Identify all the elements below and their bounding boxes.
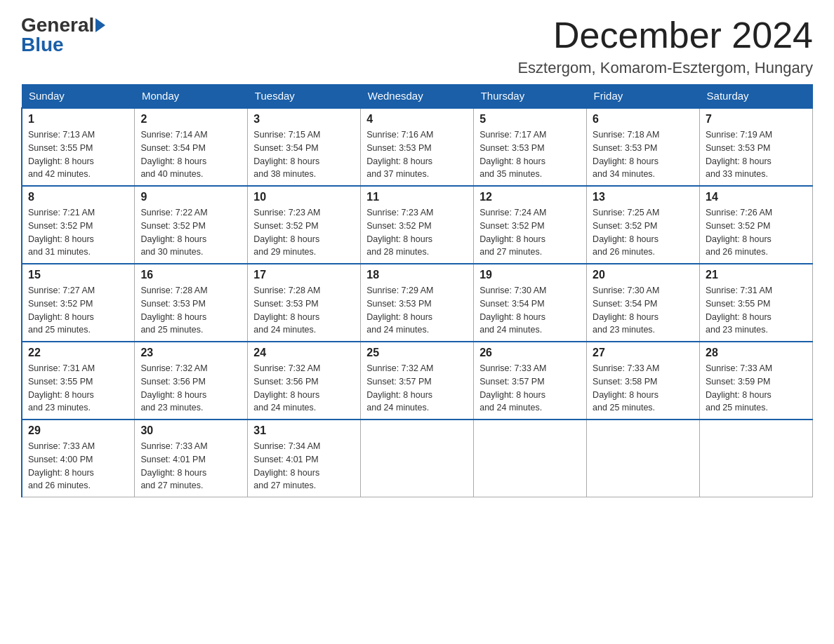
title-area: December 2024 Esztergom, Komarom-Eszterg… [517, 14, 813, 77]
day-info: Sunrise: 7:21 AMSunset: 3:52 PMDaylight:… [28, 206, 128, 259]
calendar-cell: 28Sunrise: 7:33 AMSunset: 3:59 PMDayligh… [700, 342, 813, 420]
calendar-cell: 12Sunrise: 7:24 AMSunset: 3:52 PMDayligh… [474, 186, 587, 264]
col-header-friday: Friday [587, 84, 700, 108]
calendar-cell: 11Sunrise: 7:23 AMSunset: 3:52 PMDayligh… [361, 186, 474, 264]
calendar-cell: 25Sunrise: 7:32 AMSunset: 3:57 PMDayligh… [361, 342, 474, 420]
day-number: 11 [366, 191, 468, 203]
calendar-cell: 1Sunrise: 7:13 AMSunset: 3:55 PMDaylight… [22, 108, 135, 186]
day-info: Sunrise: 7:33 AMSunset: 4:01 PMDaylight:… [140, 440, 241, 492]
day-number: 1 [28, 113, 128, 126]
day-number: 14 [706, 191, 807, 203]
day-info: Sunrise: 7:16 AMSunset: 3:53 PMDaylight:… [366, 128, 468, 181]
day-number: 20 [593, 269, 694, 281]
day-number: 9 [140, 191, 241, 203]
calendar-cell: 19Sunrise: 7:30 AMSunset: 3:54 PMDayligh… [474, 264, 587, 342]
day-number: 27 [593, 347, 694, 359]
header-row: SundayMondayTuesdayWednesdayThursdayFrid… [22, 84, 813, 108]
logo-blue-text: Blue [21, 34, 64, 56]
calendar-table: SundayMondayTuesdayWednesdayThursdayFrid… [21, 84, 813, 497]
day-number: 29 [28, 424, 128, 437]
col-header-monday: Monday [135, 84, 248, 108]
calendar-cell: 10Sunrise: 7:23 AMSunset: 3:52 PMDayligh… [248, 186, 361, 264]
calendar-cell: 29Sunrise: 7:33 AMSunset: 4:00 PMDayligh… [22, 420, 135, 497]
calendar-cell: 14Sunrise: 7:26 AMSunset: 3:52 PMDayligh… [700, 186, 813, 264]
calendar-cell: 18Sunrise: 7:29 AMSunset: 3:53 PMDayligh… [361, 264, 474, 342]
day-number: 17 [253, 269, 355, 281]
calendar-cell: 23Sunrise: 7:32 AMSunset: 3:56 PMDayligh… [135, 342, 248, 420]
col-header-saturday: Saturday [700, 84, 813, 108]
day-info: Sunrise: 7:29 AMSunset: 3:53 PMDaylight:… [366, 284, 468, 337]
day-info: Sunrise: 7:32 AMSunset: 3:56 PMDaylight:… [253, 362, 355, 415]
day-info: Sunrise: 7:22 AMSunset: 3:52 PMDaylight:… [140, 206, 241, 259]
calendar-cell: 3Sunrise: 7:15 AMSunset: 3:54 PMDaylight… [248, 108, 361, 186]
day-info: Sunrise: 7:33 AMSunset: 4:00 PMDaylight:… [28, 440, 128, 492]
day-info: Sunrise: 7:30 AMSunset: 3:54 PMDaylight:… [479, 284, 581, 337]
day-info: Sunrise: 7:34 AMSunset: 4:01 PMDaylight:… [253, 440, 355, 492]
day-number: 25 [366, 347, 468, 359]
col-header-thursday: Thursday [474, 84, 587, 108]
week-row-4: 22Sunrise: 7:31 AMSunset: 3:55 PMDayligh… [22, 342, 813, 420]
calendar-cell: 15Sunrise: 7:27 AMSunset: 3:52 PMDayligh… [22, 264, 135, 342]
day-number: 15 [28, 269, 128, 281]
calendar-cell: 4Sunrise: 7:16 AMSunset: 3:53 PMDaylight… [361, 108, 474, 186]
day-info: Sunrise: 7:30 AMSunset: 3:54 PMDaylight:… [593, 284, 694, 337]
day-number: 30 [140, 424, 241, 437]
day-info: Sunrise: 7:17 AMSunset: 3:53 PMDaylight:… [479, 128, 581, 181]
day-info: Sunrise: 7:15 AMSunset: 3:54 PMDaylight:… [253, 128, 355, 181]
day-number: 26 [479, 347, 581, 359]
col-header-tuesday: Tuesday [248, 84, 361, 108]
day-number: 2 [140, 113, 241, 126]
calendar-cell: 21Sunrise: 7:31 AMSunset: 3:55 PMDayligh… [700, 264, 813, 342]
day-number: 18 [366, 269, 468, 281]
day-info: Sunrise: 7:33 AMSunset: 3:59 PMDaylight:… [706, 362, 807, 415]
day-number: 22 [28, 347, 128, 359]
calendar-cell: 17Sunrise: 7:28 AMSunset: 3:53 PMDayligh… [248, 264, 361, 342]
day-number: 3 [253, 113, 355, 126]
calendar-cell: 30Sunrise: 7:33 AMSunset: 4:01 PMDayligh… [135, 420, 248, 497]
day-number: 31 [253, 424, 355, 437]
calendar-cell: 20Sunrise: 7:30 AMSunset: 3:54 PMDayligh… [587, 264, 700, 342]
day-number: 21 [706, 269, 807, 281]
calendar-cell: 6Sunrise: 7:18 AMSunset: 3:53 PMDaylight… [587, 108, 700, 186]
calendar-cell [474, 420, 587, 497]
calendar-cell: 5Sunrise: 7:17 AMSunset: 3:53 PMDaylight… [474, 108, 587, 186]
day-number: 13 [593, 191, 694, 203]
day-number: 16 [140, 269, 241, 281]
day-number: 19 [479, 269, 581, 281]
calendar-cell: 16Sunrise: 7:28 AMSunset: 3:53 PMDayligh… [135, 264, 248, 342]
col-header-sunday: Sunday [22, 84, 135, 108]
week-row-1: 1Sunrise: 7:13 AMSunset: 3:55 PMDaylight… [22, 108, 813, 186]
day-info: Sunrise: 7:27 AMSunset: 3:52 PMDaylight:… [28, 284, 128, 337]
day-number: 7 [706, 113, 807, 126]
calendar-cell: 27Sunrise: 7:33 AMSunset: 3:58 PMDayligh… [587, 342, 700, 420]
logo-arrow-icon [95, 18, 105, 32]
calendar-cell: 8Sunrise: 7:21 AMSunset: 3:52 PMDaylight… [22, 186, 135, 264]
day-info: Sunrise: 7:33 AMSunset: 3:57 PMDaylight:… [479, 362, 581, 415]
calendar-cell: 7Sunrise: 7:19 AMSunset: 3:53 PMDaylight… [700, 108, 813, 186]
day-info: Sunrise: 7:19 AMSunset: 3:53 PMDaylight:… [706, 128, 807, 181]
day-number: 12 [479, 191, 581, 203]
calendar-cell: 31Sunrise: 7:34 AMSunset: 4:01 PMDayligh… [248, 420, 361, 497]
day-info: Sunrise: 7:26 AMSunset: 3:52 PMDaylight:… [706, 206, 807, 259]
header: General Blue December 2024 Esztergom, Ko… [21, 14, 813, 77]
day-info: Sunrise: 7:33 AMSunset: 3:58 PMDaylight:… [593, 362, 694, 415]
calendar-cell: 22Sunrise: 7:31 AMSunset: 3:55 PMDayligh… [22, 342, 135, 420]
calendar-cell: 2Sunrise: 7:14 AMSunset: 3:54 PMDaylight… [135, 108, 248, 186]
day-info: Sunrise: 7:18 AMSunset: 3:53 PMDaylight:… [593, 128, 694, 181]
page-subtitle: Esztergom, Komarom-Esztergom, Hungary [517, 59, 813, 77]
day-number: 23 [140, 347, 241, 359]
logo: General Blue [21, 14, 107, 56]
page-title: December 2024 [517, 14, 813, 56]
day-number: 5 [479, 113, 581, 126]
day-info: Sunrise: 7:23 AMSunset: 3:52 PMDaylight:… [253, 206, 355, 259]
col-header-wednesday: Wednesday [361, 84, 474, 108]
day-number: 10 [253, 191, 355, 203]
calendar-cell: 13Sunrise: 7:25 AMSunset: 3:52 PMDayligh… [587, 186, 700, 264]
day-info: Sunrise: 7:31 AMSunset: 3:55 PMDaylight:… [28, 362, 128, 415]
day-info: Sunrise: 7:24 AMSunset: 3:52 PMDaylight:… [479, 206, 581, 259]
week-row-5: 29Sunrise: 7:33 AMSunset: 4:00 PMDayligh… [22, 420, 813, 497]
calendar-cell: 26Sunrise: 7:33 AMSunset: 3:57 PMDayligh… [474, 342, 587, 420]
day-number: 24 [253, 347, 355, 359]
calendar-cell [587, 420, 700, 497]
day-info: Sunrise: 7:25 AMSunset: 3:52 PMDaylight:… [593, 206, 694, 259]
